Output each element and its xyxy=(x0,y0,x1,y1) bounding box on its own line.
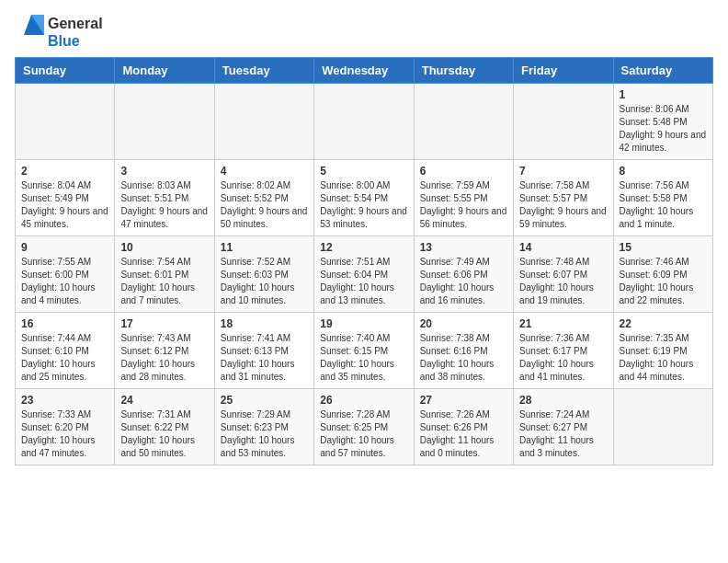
day-number: 11 xyxy=(221,241,308,254)
day-info: Sunrise: 7:28 AM Sunset: 6:25 PM Dayligh… xyxy=(320,408,407,460)
calendar-cell: 1Sunrise: 8:06 AM Sunset: 5:48 PM Daylig… xyxy=(613,84,712,160)
calendar-table: SundayMondayTuesdayWednesdayThursdayFrid… xyxy=(15,57,713,465)
calendar-cell: 23Sunrise: 7:33 AM Sunset: 6:20 PM Dayli… xyxy=(16,389,115,465)
day-number: 24 xyxy=(120,394,208,407)
calendar-cell: 28Sunrise: 7:24 AM Sunset: 6:27 PM Dayli… xyxy=(514,389,613,465)
day-number: 6 xyxy=(420,165,507,178)
calendar-cell: 12Sunrise: 7:51 AM Sunset: 6:04 PM Dayli… xyxy=(314,236,414,313)
calendar-cell xyxy=(16,84,115,160)
day-of-week-header: Tuesday xyxy=(214,58,313,84)
calendar-cell: 20Sunrise: 7:38 AM Sunset: 6:16 PM Dayli… xyxy=(414,313,513,389)
day-info: Sunrise: 8:06 AM Sunset: 5:48 PM Dayligh… xyxy=(620,103,707,155)
day-info: Sunrise: 8:03 AM Sunset: 5:51 PM Dayligh… xyxy=(120,179,208,231)
day-info: Sunrise: 7:56 AM Sunset: 5:58 PM Dayligh… xyxy=(620,179,707,231)
logo: GeneralBlue xyxy=(15,15,103,50)
day-number: 2 xyxy=(21,165,108,178)
day-info: Sunrise: 8:02 AM Sunset: 5:52 PM Dayligh… xyxy=(221,179,308,231)
calendar-cell: 15Sunrise: 7:46 AM Sunset: 6:09 PM Dayli… xyxy=(613,236,712,313)
day-info: Sunrise: 7:59 AM Sunset: 5:55 PM Dayligh… xyxy=(420,179,507,231)
calendar-cell: 22Sunrise: 7:35 AM Sunset: 6:19 PM Dayli… xyxy=(613,313,712,389)
day-number: 17 xyxy=(120,317,208,330)
calendar-cell: 9Sunrise: 7:55 AM Sunset: 6:00 PM Daylig… xyxy=(16,236,115,313)
day-info: Sunrise: 8:04 AM Sunset: 5:49 PM Dayligh… xyxy=(21,179,108,231)
day-info: Sunrise: 7:36 AM Sunset: 6:17 PM Dayligh… xyxy=(519,332,607,384)
calendar-cell xyxy=(414,84,513,160)
day-number: 7 xyxy=(519,165,607,178)
day-number: 28 xyxy=(519,394,607,407)
day-info: Sunrise: 7:55 AM Sunset: 6:00 PM Dayligh… xyxy=(21,256,108,307)
day-info: Sunrise: 7:35 AM Sunset: 6:19 PM Dayligh… xyxy=(620,332,707,384)
day-info: Sunrise: 7:33 AM Sunset: 6:20 PM Dayligh… xyxy=(21,408,108,460)
day-info: Sunrise: 7:40 AM Sunset: 6:15 PM Dayligh… xyxy=(320,332,407,384)
day-number: 14 xyxy=(519,241,607,254)
day-number: 5 xyxy=(320,165,407,178)
calendar-cell: 6Sunrise: 7:59 AM Sunset: 5:55 PM Daylig… xyxy=(414,160,513,236)
calendar-cell: 5Sunrise: 8:00 AM Sunset: 5:54 PM Daylig… xyxy=(314,160,414,236)
day-number: 9 xyxy=(21,241,108,254)
day-number: 25 xyxy=(221,394,308,407)
day-number: 1 xyxy=(620,88,707,101)
day-number: 18 xyxy=(221,317,308,330)
day-of-week-header: Wednesday xyxy=(314,58,414,84)
day-number: 8 xyxy=(620,165,707,178)
day-number: 26 xyxy=(320,394,407,407)
calendar-cell: 11Sunrise: 7:52 AM Sunset: 6:03 PM Dayli… xyxy=(214,236,313,313)
day-number: 19 xyxy=(320,317,407,330)
day-info: Sunrise: 7:48 AM Sunset: 6:07 PM Dayligh… xyxy=(519,256,607,307)
calendar-cell: 18Sunrise: 7:41 AM Sunset: 6:13 PM Dayli… xyxy=(214,313,313,389)
calendar-cell xyxy=(314,84,414,160)
day-info: Sunrise: 7:52 AM Sunset: 6:03 PM Dayligh… xyxy=(221,256,308,307)
day-of-week-header: Sunday xyxy=(16,58,115,84)
day-number: 4 xyxy=(221,165,308,178)
calendar-cell: 7Sunrise: 7:58 AM Sunset: 5:57 PM Daylig… xyxy=(514,160,613,236)
day-info: Sunrise: 7:44 AM Sunset: 6:10 PM Dayligh… xyxy=(21,332,108,384)
day-number: 22 xyxy=(620,317,707,330)
day-number: 16 xyxy=(21,317,108,330)
calendar-cell: 13Sunrise: 7:49 AM Sunset: 6:06 PM Dayli… xyxy=(414,236,513,313)
day-info: Sunrise: 7:58 AM Sunset: 5:57 PM Dayligh… xyxy=(519,179,607,231)
day-of-week-header: Monday xyxy=(115,58,214,84)
day-of-week-header: Saturday xyxy=(613,58,712,84)
day-info: Sunrise: 7:54 AM Sunset: 6:01 PM Dayligh… xyxy=(120,256,208,307)
calendar-cell: 27Sunrise: 7:26 AM Sunset: 6:26 PM Dayli… xyxy=(414,389,513,465)
calendar-cell xyxy=(115,84,214,160)
day-number: 27 xyxy=(420,394,507,407)
calendar-cell xyxy=(514,84,613,160)
day-info: Sunrise: 7:26 AM Sunset: 6:26 PM Dayligh… xyxy=(420,408,507,460)
calendar-cell: 4Sunrise: 8:02 AM Sunset: 5:52 PM Daylig… xyxy=(214,160,313,236)
day-number: 12 xyxy=(320,241,407,254)
calendar-cell: 17Sunrise: 7:43 AM Sunset: 6:12 PM Dayli… xyxy=(115,313,214,389)
calendar-cell: 10Sunrise: 7:54 AM Sunset: 6:01 PM Dayli… xyxy=(115,236,214,313)
day-number: 15 xyxy=(620,241,707,254)
calendar-cell: 19Sunrise: 7:40 AM Sunset: 6:15 PM Dayli… xyxy=(314,313,414,389)
calendar-cell: 21Sunrise: 7:36 AM Sunset: 6:17 PM Dayli… xyxy=(514,313,613,389)
calendar-cell: 2Sunrise: 8:04 AM Sunset: 5:49 PM Daylig… xyxy=(16,160,115,236)
calendar-cell: 3Sunrise: 8:03 AM Sunset: 5:51 PM Daylig… xyxy=(115,160,214,236)
day-info: Sunrise: 7:41 AM Sunset: 6:13 PM Dayligh… xyxy=(221,332,308,384)
logo-icon xyxy=(15,15,44,50)
day-info: Sunrise: 7:38 AM Sunset: 6:16 PM Dayligh… xyxy=(420,332,507,384)
day-of-week-header: Thursday xyxy=(414,58,513,84)
calendar-cell: 26Sunrise: 7:28 AM Sunset: 6:25 PM Dayli… xyxy=(314,389,414,465)
day-number: 10 xyxy=(120,241,208,254)
logo-general: General xyxy=(48,15,103,32)
calendar-cell: 14Sunrise: 7:48 AM Sunset: 6:07 PM Dayli… xyxy=(514,236,613,313)
calendar-cell: 8Sunrise: 7:56 AM Sunset: 5:58 PM Daylig… xyxy=(613,160,712,236)
logo-blue: Blue xyxy=(48,32,103,50)
day-info: Sunrise: 7:51 AM Sunset: 6:04 PM Dayligh… xyxy=(320,256,407,307)
calendar-cell xyxy=(214,84,313,160)
day-info: Sunrise: 7:29 AM Sunset: 6:23 PM Dayligh… xyxy=(221,408,308,460)
day-info: Sunrise: 7:43 AM Sunset: 6:12 PM Dayligh… xyxy=(120,332,208,384)
day-of-week-header: Friday xyxy=(514,58,613,84)
day-info: Sunrise: 7:31 AM Sunset: 6:22 PM Dayligh… xyxy=(120,408,208,460)
day-info: Sunrise: 7:24 AM Sunset: 6:27 PM Dayligh… xyxy=(519,408,607,460)
calendar-cell: 24Sunrise: 7:31 AM Sunset: 6:22 PM Dayli… xyxy=(115,389,214,465)
day-info: Sunrise: 7:49 AM Sunset: 6:06 PM Dayligh… xyxy=(420,256,507,307)
day-info: Sunrise: 8:00 AM Sunset: 5:54 PM Dayligh… xyxy=(320,179,407,231)
day-number: 13 xyxy=(420,241,507,254)
day-number: 21 xyxy=(519,317,607,330)
calendar-cell xyxy=(613,389,712,465)
day-number: 3 xyxy=(120,165,208,178)
calendar-cell: 16Sunrise: 7:44 AM Sunset: 6:10 PM Dayli… xyxy=(16,313,115,389)
day-info: Sunrise: 7:46 AM Sunset: 6:09 PM Dayligh… xyxy=(620,256,707,307)
